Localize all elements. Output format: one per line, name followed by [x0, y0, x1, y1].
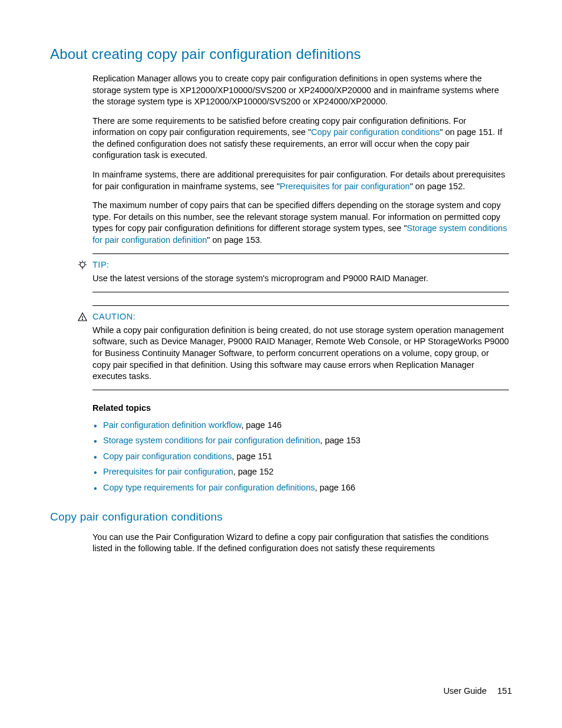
paragraph: The maximum number of copy pairs that ca… [92, 200, 509, 246]
footer-label: User Guide [444, 686, 487, 696]
section-title: Copy pair configuration conditions [50, 510, 512, 523]
paragraph: There are some requirements to be satisf… [92, 116, 509, 162]
body-content: Replication Manager allows you to create… [92, 73, 509, 246]
page-footer: User Guide151 [444, 686, 512, 696]
paragraph: You can use the Pair Configuration Wizar… [92, 532, 509, 555]
related-heading: Related topics [92, 403, 509, 413]
caution-body: While a copy pair configuration definiti… [92, 325, 509, 383]
list-item: Copy type requirements for pair configur… [103, 482, 509, 494]
tip-label: TIP: [92, 260, 110, 269]
text: , page 146 [242, 420, 282, 430]
tip-icon [77, 260, 88, 271]
svg-line-5 [85, 262, 86, 263]
list-item: Pair configuration definition workflow, … [103, 420, 509, 431]
svg-point-9 [82, 319, 83, 319]
link-related-2[interactable]: Copy pair configuration conditions [103, 452, 232, 461]
text: , page 153 [320, 436, 361, 445]
link-related-3[interactable]: Prerequisites for pair configuration [103, 467, 233, 476]
link-related-4[interactable]: Copy type requirements for pair configur… [103, 483, 315, 492]
svg-line-4 [80, 262, 81, 263]
body-content: You can use the Pair Configuration Wizar… [92, 532, 509, 555]
link-related-1[interactable]: Storage system conditions for pair confi… [103, 436, 320, 445]
list-item: Storage system conditions for pair confi… [103, 435, 509, 447]
text: , page 166 [315, 483, 355, 492]
text: , page 151 [232, 452, 272, 461]
text: " on page 153. [207, 235, 262, 245]
paragraph: In mainframe systems, there are addition… [92, 169, 509, 192]
tip-box: TIP: Use the latest versions of the stor… [92, 253, 509, 292]
svg-point-0 [80, 262, 85, 267]
list-item: Prerequisites for pair configuration, pa… [103, 466, 509, 478]
page-number: 151 [497, 686, 512, 696]
caution-label: CAUTION: [92, 312, 135, 321]
text: , page 152 [233, 467, 274, 476]
paragraph: Replication Manager allows you to create… [92, 73, 509, 108]
link-copy-pair-conditions[interactable]: Copy pair configuration conditions [311, 127, 439, 137]
link-related-0[interactable]: Pair configuration definition workflow [103, 420, 242, 430]
page-title: About creating copy pair configuration d… [50, 46, 512, 62]
tip-body: Use the latest versions of the storage s… [92, 273, 509, 285]
text: " on page 152. [410, 182, 465, 191]
caution-box: CAUTION: While a copy pair configuration… [92, 305, 509, 390]
related-topics: Related topics Pair configuration defini… [92, 403, 509, 494]
caution-icon [77, 312, 88, 322]
list-item: Copy pair configuration conditions, page… [103, 451, 509, 463]
link-prerequisites[interactable]: Prerequisites for pair configuration [280, 182, 410, 191]
